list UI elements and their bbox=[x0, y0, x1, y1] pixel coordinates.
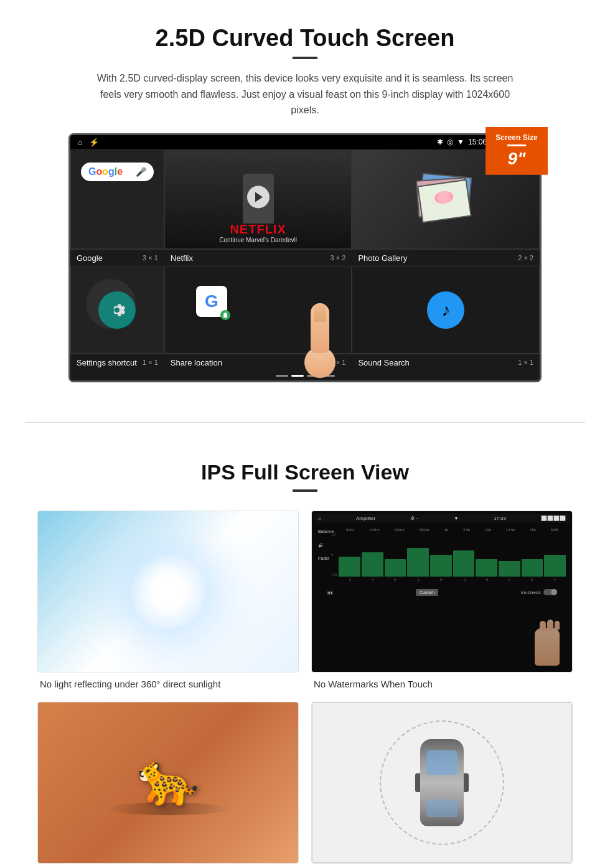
sound-icon: ♪ bbox=[427, 291, 464, 329]
app-google[interactable]: Google 🎤 bbox=[70, 149, 164, 249]
settings-ghost-icon bbox=[86, 279, 136, 329]
car-windshield bbox=[426, 750, 458, 775]
scale-b9: 0 bbox=[531, 578, 533, 582]
amp-time: 17:33 bbox=[494, 516, 506, 521]
features-grid: No light reflecting under 360° direct su… bbox=[37, 511, 573, 868]
freq-sub: SUB bbox=[551, 528, 558, 532]
watermarks-label: No Watermarks When Touch bbox=[311, 679, 573, 689]
usb-icon: ⚡ bbox=[89, 138, 99, 147]
amplifier-bg: ⌂ Amplifier ⚙ ·· ▼ 17:33 ⬜⬜⬜⬜ Balance 🔊 bbox=[312, 511, 572, 672]
sunlight-bg bbox=[38, 511, 298, 672]
car-bg bbox=[312, 702, 572, 863]
app-labels-row1: Google 3 × 1 Netflix 3 × 2 Photo Gallery… bbox=[70, 249, 540, 267]
netflix-size: 3 × 2 bbox=[331, 254, 346, 262]
car-image bbox=[311, 702, 573, 864]
car-rear-window bbox=[426, 800, 458, 817]
feature-fast-response: 🐆 Super Fast Response bbox=[37, 702, 299, 868]
maps-icon: G bbox=[196, 286, 227, 317]
amp-icons: ⬜⬜⬜⬜ bbox=[541, 516, 566, 521]
cheetah-image: 🐆 bbox=[37, 702, 299, 864]
apps-grid-row1: Google 🎤 bbox=[70, 149, 540, 249]
mic-icon: 🎤 bbox=[136, 167, 146, 177]
scale-b6: -3 bbox=[462, 578, 466, 582]
amp-prev-icon: ⏮ bbox=[327, 589, 333, 596]
label-settings: Settings shortcut 1 × 1 bbox=[70, 354, 164, 371]
eq-bar-2 bbox=[362, 552, 383, 577]
netflix-overlay: NETFLIX Continue Marvel's Daredevil bbox=[165, 217, 352, 248]
custom-button[interactable]: Custom bbox=[416, 589, 438, 596]
app-sound-search[interactable]: ♪ bbox=[352, 267, 540, 354]
amp-screen: ⌂ Amplifier ⚙ ·· ▼ 17:33 ⬜⬜⬜⬜ Balance 🔊 bbox=[312, 511, 572, 672]
google-logo: Google bbox=[88, 166, 123, 177]
sun-glow bbox=[131, 554, 205, 629]
play-button[interactable] bbox=[247, 186, 270, 208]
scale-b10: 0 bbox=[553, 578, 555, 582]
main-title: 2.5D Curved Touch Screen bbox=[37, 25, 573, 52]
photo-size: 2 × 2 bbox=[518, 254, 533, 262]
freq-200hz: 200hz bbox=[394, 528, 404, 532]
amp-equalizer-area: 60hz 100hz 200hz 500hz 1k 2.5k 10k 12.5k… bbox=[339, 528, 566, 582]
apps-grid-row2: G ♪ bbox=[70, 267, 540, 354]
eq-bar-4 bbox=[407, 548, 429, 577]
eq-bar-6 bbox=[453, 550, 475, 577]
home-icon: ⌂ bbox=[78, 138, 83, 147]
amp-bottom-controls: ⏮ Custom loudness bbox=[314, 587, 570, 598]
device-mockup: Screen Size 9" ⌂ ⚡ ✱ ◎ ▼ 15:06 ⬜ ◁) ✕ bbox=[68, 133, 542, 382]
pin-shape bbox=[223, 313, 227, 318]
toggle-knob bbox=[551, 589, 557, 595]
label-photo: Photo Gallery 2 × 2 bbox=[352, 249, 540, 267]
netflix-subtitle: Continue Marvel's Daredevil bbox=[172, 237, 344, 243]
settings-bg bbox=[98, 291, 136, 329]
amp-nav-buttons: ⏮ bbox=[327, 589, 333, 596]
car-container bbox=[380, 711, 504, 854]
eq-bars-container: 10 0 -10 bbox=[339, 533, 566, 577]
app-settings[interactable] bbox=[70, 267, 164, 354]
section-divider bbox=[25, 422, 585, 423]
eq-bar-9 bbox=[522, 559, 543, 577]
subtitle: With 2.5D curved-display screen, this de… bbox=[93, 70, 517, 118]
amp-main: Balance 🔊 Fader 60hz 100hz 200hz bbox=[314, 526, 570, 584]
feature-watermarks: ⌂ Amplifier ⚙ ·· ▼ 17:33 ⬜⬜⬜⬜ Balance 🔊 bbox=[311, 511, 573, 689]
scale-b4: -1 bbox=[416, 578, 420, 582]
device-screen: ⌂ ⚡ ✱ ◎ ▼ 15:06 ⬜ ◁) ✕ ▭ bbox=[68, 133, 542, 382]
google-search-bar[interactable]: Google 🎤 bbox=[81, 163, 154, 181]
car-left-mirror bbox=[415, 773, 420, 792]
google-label: Google bbox=[77, 253, 103, 263]
badge-size: 9" bbox=[490, 149, 543, 169]
cheetah-bg: 🐆 bbox=[38, 702, 298, 863]
title-divider bbox=[293, 57, 317, 59]
section-curved-screen: 2.5D Curved Touch Screen With 2.5D curve… bbox=[0, 0, 610, 397]
loudness-toggle[interactable] bbox=[543, 589, 557, 595]
loudness-control: loudness bbox=[521, 589, 557, 595]
scale-b2: 4 bbox=[372, 578, 373, 582]
dot-1 bbox=[276, 375, 288, 377]
eq-bar-10 bbox=[544, 555, 566, 577]
google-size: 3 × 1 bbox=[143, 254, 158, 262]
app-share-location[interactable]: G bbox=[164, 267, 352, 354]
sound-label: Sound Search bbox=[358, 358, 409, 367]
section-ips-screen: IPS Full Screen View No light reflecting… bbox=[0, 448, 610, 868]
cheetah-emoji: 🐆 bbox=[106, 750, 230, 809]
scale-b3: 0 bbox=[394, 578, 396, 582]
eq-scale: 10 0 -10 bbox=[331, 533, 337, 577]
finger-2 bbox=[547, 620, 553, 631]
freq-2k5: 2.5k bbox=[463, 528, 470, 532]
scale-10: 10 bbox=[331, 533, 337, 537]
play-triangle-icon bbox=[255, 192, 263, 202]
eq-bar-3 bbox=[385, 559, 406, 577]
app-netflix[interactable]: NETFLIX Continue Marvel's Daredevil bbox=[164, 149, 352, 249]
scale-0: 0 bbox=[331, 553, 337, 557]
scale-b5: 0 bbox=[440, 578, 442, 582]
status-left: ⌂ ⚡ bbox=[78, 138, 99, 147]
eq-bar-7 bbox=[476, 559, 497, 577]
freq-10k: 10k bbox=[485, 528, 491, 532]
netflix-logo: NETFLIX bbox=[172, 222, 344, 237]
photo-card-1 bbox=[417, 179, 472, 224]
scale-b7: 0 bbox=[486, 578, 488, 582]
hand-on-screen bbox=[535, 628, 560, 666]
label-netflix: Netflix 3 × 2 bbox=[164, 249, 352, 267]
sound-size: 1 × 1 bbox=[518, 359, 533, 366]
sunlight-label: No light reflecting under 360° direct su… bbox=[37, 679, 299, 689]
wifi-icon: ▼ bbox=[457, 138, 464, 146]
netflix-label: Netflix bbox=[171, 253, 193, 263]
